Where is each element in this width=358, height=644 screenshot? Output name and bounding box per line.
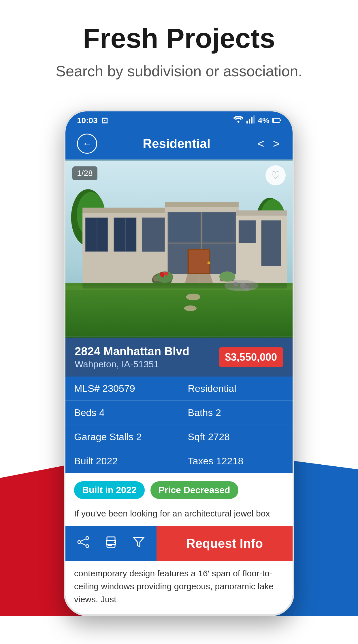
back-arrow-icon: ← [82, 138, 92, 149]
svg-rect-32 [189, 250, 209, 273]
price-badge: $3,550,000 [219, 347, 283, 367]
next-button[interactable]: > [272, 136, 281, 152]
svg-rect-29 [169, 213, 200, 242]
svg-point-60 [86, 545, 89, 548]
built-cell: Built 2022 [65, 449, 179, 473]
svg-line-61 [81, 539, 86, 541]
city-state-zip: Wahpeton, IA-51351 [75, 359, 189, 370]
page-wrapper: Fresh Projects Search by subdivision or … [0, 0, 358, 644]
svg-rect-5 [273, 119, 274, 122]
svg-rect-22 [126, 218, 136, 251]
svg-point-44 [164, 272, 168, 276]
nav-title: Residential [143, 136, 210, 151]
share-button[interactable] [74, 527, 93, 560]
status-bar-right: 4% [233, 115, 281, 126]
svg-rect-1 [249, 119, 250, 124]
action-bar: Request Info [65, 526, 293, 561]
image-counter: 1/28 [72, 166, 97, 180]
filter-button[interactable] [129, 527, 148, 560]
screen-icon: ⊡ [101, 116, 108, 125]
time-display: 10:03 [77, 116, 98, 125]
svg-point-50 [186, 294, 200, 301]
svg-rect-48 [65, 283, 293, 337]
svg-rect-23 [142, 218, 165, 252]
property-image: 1/28 ♡ [65, 159, 293, 338]
action-icons [65, 526, 157, 561]
svg-rect-2 [251, 117, 253, 124]
svg-point-33 [208, 262, 210, 265]
prev-button[interactable]: < [256, 136, 265, 152]
heart-icon: ♡ [271, 169, 280, 181]
table-row: Beds 4 Baths 2 [65, 401, 293, 425]
taxes-cell: Taxes 12218 [179, 449, 293, 473]
svg-point-47 [219, 271, 235, 282]
more-description-text: contemporary design features a 16' span … [74, 567, 284, 606]
type-cell: Residential [179, 377, 293, 401]
status-bar-left: 10:03 ⊡ [77, 116, 108, 125]
battery-text: 4% [258, 116, 270, 125]
svg-point-59 [78, 541, 81, 544]
nav-arrows: < > [256, 136, 281, 152]
svg-rect-36 [239, 221, 256, 243]
svg-rect-16 [82, 208, 167, 213]
phone-mockup: 10:03 ⊡ [64, 110, 294, 616]
description-text: If you've been looking for an architectu… [74, 507, 284, 520]
svg-rect-0 [246, 121, 248, 124]
svg-rect-18 [86, 218, 97, 251]
status-bar: 10:03 ⊡ [65, 111, 293, 128]
svg-line-62 [81, 543, 86, 545]
tags-section: Built in 2022 Price Decreased [65, 473, 293, 507]
svg-rect-21 [114, 218, 125, 251]
address-overlay: 2824 Manhattan Blvd Wahpeton, IA-51351 $… [65, 338, 293, 377]
request-info-button[interactable]: Request Info [157, 526, 293, 561]
svg-rect-25 [165, 202, 239, 207]
back-button[interactable]: ← [77, 134, 97, 154]
svg-point-45 [161, 274, 164, 278]
table-row: Garage Stalls 2 Sqft 2728 [65, 425, 293, 449]
garage-cell: Garage Stalls 2 [65, 425, 179, 449]
main-title: Fresh Projects [17, 23, 341, 54]
table-row: MLS# 230579 Residential [65, 377, 293, 401]
svg-rect-57 [82, 283, 287, 288]
price-decreased-tag: Price Decreased [150, 481, 238, 499]
beds-cell: Beds 4 [65, 401, 179, 425]
svg-point-58 [86, 537, 89, 539]
svg-point-68 [114, 542, 115, 543]
more-description: contemporary design features a 16' span … [65, 561, 293, 614]
svg-point-51 [184, 305, 197, 311]
baths-cell: Baths 2 [179, 401, 293, 425]
subtitle: Search by subdivision or association. [17, 62, 341, 81]
table-row: Built 2022 Taxes 12218 [65, 449, 293, 473]
print-button[interactable] [102, 527, 120, 560]
svg-marker-69 [133, 537, 144, 547]
signal-icon [246, 115, 255, 126]
svg-rect-3 [253, 115, 255, 124]
svg-rect-6 [280, 119, 281, 121]
svg-rect-19 [97, 218, 107, 251]
description-section: If you've been looking for an architectu… [65, 507, 293, 526]
built-tag: Built in 2022 [74, 481, 145, 499]
favorite-button[interactable]: ♡ [265, 165, 286, 185]
header-section: Fresh Projects Search by subdivision or … [0, 0, 358, 92]
svg-rect-30 [203, 213, 234, 242]
sqft-cell: Sqft 2728 [179, 425, 293, 449]
svg-rect-35 [236, 210, 287, 216]
mls-cell: MLS# 230579 [65, 377, 179, 401]
battery-icon [272, 116, 281, 125]
wifi-icon [233, 115, 244, 126]
details-table: MLS# 230579 Residential Beds 4 Baths 2 G… [65, 377, 293, 473]
nav-bar: ← Residential < > [65, 128, 293, 159]
address-text: 2824 Manhattan Blvd Wahpeton, IA-51351 [75, 345, 189, 370]
svg-rect-37 [261, 221, 281, 266]
phone-container: 10:03 ⊡ [0, 110, 358, 616]
svg-rect-66 [108, 545, 112, 546]
street-address: 2824 Manhattan Blvd [75, 345, 189, 358]
